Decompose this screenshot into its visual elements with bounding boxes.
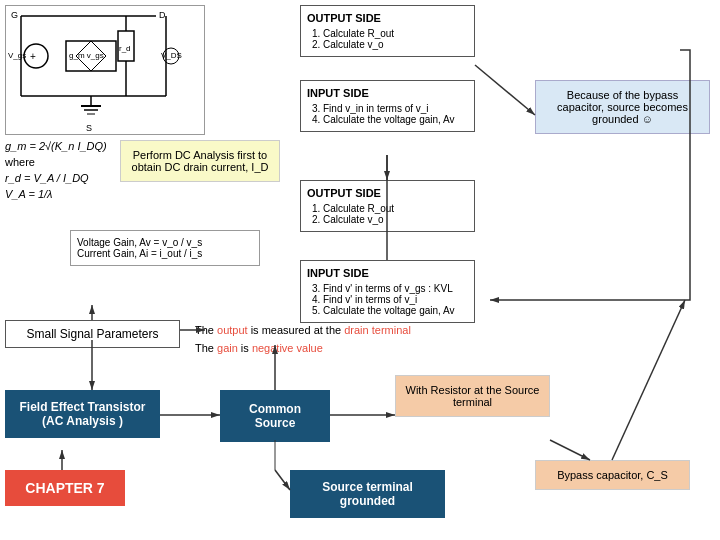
fet-label: Field Effect Transistor (AC Analysis ) xyxy=(19,400,145,428)
input-box-2: INPUT SIDE Find v' in terms of v_gs : KV… xyxy=(300,260,475,323)
svg-text:D: D xyxy=(159,10,166,20)
small-signal-box: Small Signal Parameters xyxy=(5,320,180,348)
output-line-1: The output is measured at the drain term… xyxy=(195,322,515,340)
svg-text:S: S xyxy=(86,123,92,133)
svg-line-35 xyxy=(275,470,290,490)
svg-point-5 xyxy=(24,44,48,68)
input-box-2-list: Find v' in terms of v_gs : KVL Find v' i… xyxy=(307,283,468,316)
circuit-diagram: G D V_gs + V_DS g_m v_gs r_d S xyxy=(5,5,205,135)
svg-text:g_m v_gs: g_m v_gs xyxy=(69,51,104,60)
output-box-2: OUTPUT SIDE Calculate R_out Calculate v_… xyxy=(300,180,475,232)
chapter-box: CHAPTER 7 xyxy=(5,470,125,506)
output-box-2-title: OUTPUT SIDE xyxy=(307,187,468,199)
input-box-2-item-2: Find v' in terms of v_i xyxy=(323,294,468,305)
input-box-1-item-1: Find v_in in terms of v_i xyxy=(323,103,468,114)
bypass-cap-box: Bypass capacitor, C_S xyxy=(535,460,690,490)
output-line-2: The gain is negative value xyxy=(195,340,515,358)
dc-analysis-box: Perform DC Analysis first to obtain DC d… xyxy=(120,140,280,182)
input-box-2-item-3: Calculate the voltage gain, Av xyxy=(323,305,468,316)
bypass-note-text: Because of the bypass capacitor, source … xyxy=(557,89,688,125)
svg-line-25 xyxy=(475,65,535,115)
dc-analysis-text: Perform DC Analysis first to obtain DC d… xyxy=(132,149,269,173)
svg-text:r_d: r_d xyxy=(119,44,131,53)
va-formula: V_A = 1/λ xyxy=(5,188,215,200)
output-box-1-list: Calculate R_out Calculate v_o xyxy=(307,28,468,50)
output-box-2-list: Calculate R_out Calculate v_o xyxy=(307,203,468,225)
output-box-2-item-2: Calculate v_o xyxy=(323,214,468,225)
svg-line-37 xyxy=(612,300,685,460)
common-source-box: Common Source xyxy=(220,390,330,442)
chapter-label: CHAPTER 7 xyxy=(25,480,104,496)
input-box-1-item-2: Calculate the voltage gain, Av xyxy=(323,114,468,125)
input-box-1: INPUT SIDE Find v_in in terms of v_i Cal… xyxy=(300,80,475,132)
input-box-2-item-1: Find v' in terms of v_gs : KVL xyxy=(323,283,468,294)
output-box-1: OUTPUT SIDE Calculate R_out Calculate v_… xyxy=(300,5,475,57)
svg-line-36 xyxy=(550,440,590,460)
svg-text:+: + xyxy=(30,51,36,62)
source-grounded-label: Source terminal grounded xyxy=(322,480,413,508)
drain-keyword: drain terminal xyxy=(344,324,411,336)
output-box-1-item-2: Calculate v_o xyxy=(323,39,468,50)
gain-keyword: gain xyxy=(217,342,238,354)
circuit-svg: G D V_gs + V_DS g_m v_gs r_d S xyxy=(6,6,206,136)
output-box-1-title: OUTPUT SIDE xyxy=(307,12,468,24)
gain-box: Voltage Gain, Av = v_o / v_s Current Gai… xyxy=(70,230,260,266)
output-keyword: output xyxy=(217,324,248,336)
fet-box: Field Effect Transistor (AC Analysis ) xyxy=(5,390,160,438)
bypass-cap-label: Bypass capacitor, C_S xyxy=(557,469,668,481)
input-box-1-title: INPUT SIDE xyxy=(307,87,468,99)
bypass-note-box: Because of the bypass capacitor, source … xyxy=(535,80,710,134)
source-grounded-box: Source terminal grounded xyxy=(290,470,445,518)
resistor-box: With Resistor at the Source terminal xyxy=(395,375,550,417)
input-box-1-list: Find v_in in terms of v_i Calculate the … xyxy=(307,103,468,125)
output-box-2-item-1: Calculate R_out xyxy=(323,203,468,214)
common-source-label: Common Source xyxy=(249,402,301,430)
small-signal-label: Small Signal Parameters xyxy=(26,327,158,341)
output-box-1-item-1: Calculate R_out xyxy=(323,28,468,39)
svg-text:G: G xyxy=(11,10,18,20)
output-measurement: The output is measured at the drain term… xyxy=(195,322,515,357)
voltage-gain-text: Voltage Gain, Av = v_o / v_s xyxy=(77,237,253,248)
input-box-2-title: INPUT SIDE xyxy=(307,267,468,279)
resistor-label: With Resistor at the Source terminal xyxy=(406,384,540,408)
current-gain-text: Current Gain, Ai = i_out / i_s xyxy=(77,248,253,259)
negative-keyword: negative value xyxy=(252,342,323,354)
